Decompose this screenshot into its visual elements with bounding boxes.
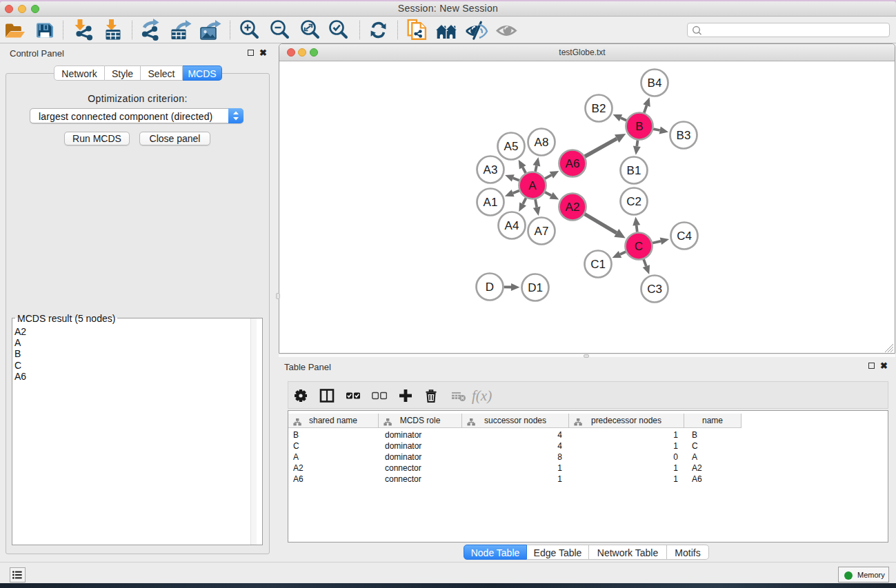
svg-text:C2: C2 — [626, 195, 641, 208]
svg-text:D1: D1 — [528, 281, 543, 294]
svg-text:A: A — [528, 179, 537, 192]
svg-text:B1: B1 — [627, 164, 641, 177]
svg-text:C4: C4 — [677, 230, 692, 243]
svg-text:A8: A8 — [535, 136, 549, 149]
svg-text:C: C — [635, 240, 643, 253]
svg-text:A7: A7 — [535, 225, 549, 238]
svg-text:A2: A2 — [566, 201, 580, 214]
svg-text:B: B — [635, 120, 643, 133]
svg-text:B3: B3 — [677, 129, 691, 142]
svg-text:A6: A6 — [566, 157, 580, 170]
svg-text:C3: C3 — [647, 283, 662, 296]
svg-text:B4: B4 — [648, 77, 662, 90]
svg-text:A5: A5 — [504, 140, 519, 153]
svg-text:C1: C1 — [590, 258, 606, 271]
svg-text:A1: A1 — [484, 196, 498, 209]
svg-text:A4: A4 — [505, 219, 519, 232]
svg-text:B2: B2 — [592, 102, 606, 115]
svg-text:A3: A3 — [484, 163, 498, 176]
svg-text:D: D — [486, 281, 494, 294]
